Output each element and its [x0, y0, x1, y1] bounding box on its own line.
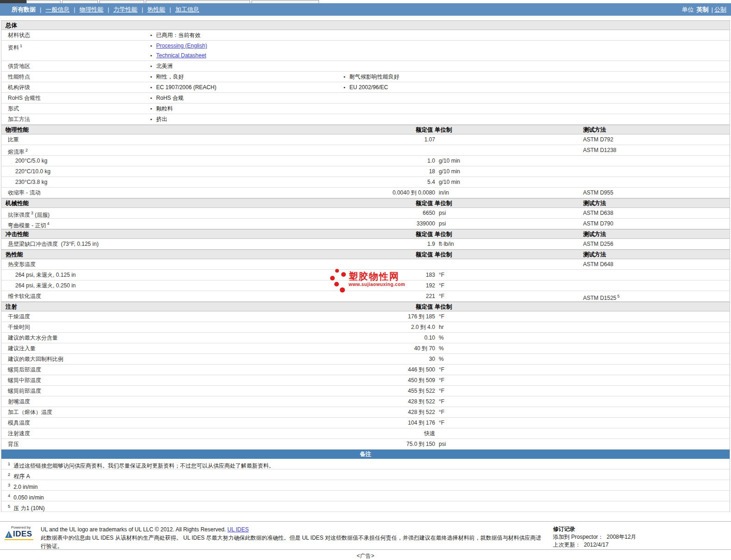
tab-stub [62, 0, 98, 3]
nav-tab[interactable]: 加工信息 [175, 6, 199, 13]
table-row: 264 psi, 未退火, 0.250 in192°F [1, 280, 730, 291]
row-label: 螺筒后部温度 [1, 365, 41, 375]
bullet-text: 挤出 [156, 116, 167, 122]
units-label: 单位 [682, 6, 694, 13]
notes-list: 1 通过这些链接您能够访问供应商资料。我们尽量保证及时更新资料；不过您可以从供应… [1, 459, 730, 512]
row-label: 收缩率 - 流动 [1, 188, 41, 198]
nav-tab-separator: | [74, 6, 75, 13]
section-header: 注射额定值 单位制 [1, 302, 730, 311]
row-unit: °F [439, 375, 444, 386]
row-value: 450 到 509 [334, 375, 435, 386]
trademark-text: UL and the UL logo are trademarks of UL … [41, 526, 227, 533]
column-header-method: 测试方法 [583, 230, 606, 239]
bullet-text: EC 1907/2006 (REACH) [156, 84, 216, 91]
section-title: 物理性能 [1, 127, 29, 133]
row-value: 30 [334, 354, 435, 365]
unit-metric-link[interactable]: 公制 [714, 6, 726, 13]
row-label: 机构评级 [1, 82, 30, 93]
row-label: 形式 [1, 103, 19, 114]
bullet-item: •颗粒料 [150, 104, 173, 113]
ides-brand-label: IDES [13, 530, 32, 539]
ides-triangle-icon: i [5, 530, 13, 538]
bullet-text[interactable]: Technical Datasheet [156, 52, 206, 59]
section-title: 冲击性能 [1, 231, 29, 237]
row-value: 1.0 [334, 156, 435, 166]
row-test-method: ASTM D648 [583, 259, 613, 270]
tab-stub [26, 0, 61, 3]
table-row: 弯曲模量 - 正切4339000psiASTM D790 [1, 219, 730, 229]
disclaimer-text: 此数据表中的信息由 UL IDES 从该材料的生产商处获得。 UL IDES 尽… [41, 534, 545, 550]
row-unit: °F [439, 365, 444, 375]
row-label: 200°C/5.0 kg [1, 156, 48, 166]
column-header-method: 测试方法 [583, 125, 606, 135]
bullet-icon: • [150, 116, 152, 122]
row-label: 资料1 [1, 41, 22, 53]
nav-tab[interactable]: 物理性能 [80, 6, 104, 13]
nav-tab[interactable]: 力学性能 [113, 6, 137, 13]
row-unit: °F [439, 418, 444, 428]
bullet-link[interactable]: •Processing (English) [150, 41, 207, 50]
ides-logo: Powered by i IDES [5, 525, 37, 540]
table-row: 264 psi, 未退火, 0.125 in183°F [1, 270, 730, 280]
bullet-text: RoHS 合规 [156, 95, 184, 101]
navbar: 所有数据|一般信息|物理性能|力学性能|热性能|加工信息 单位英制|公制 [0, 3, 731, 16]
bullet-item: •北美洲 [150, 61, 173, 71]
row-label: 加工方法 [1, 114, 30, 125]
bullet-text: 已商用：当前有效 [156, 32, 201, 38]
row-label: 加工（熔体）温度 [1, 407, 52, 418]
table-row: 性能特点•刚性，良好•耐气候影响性能良好 [1, 72, 730, 82]
column-header-value: 额定值 单位制 [416, 230, 452, 239]
bullet-icon: • [150, 85, 152, 90]
section-title: 机械性能 [1, 200, 29, 207]
table-row: 模具温度104 到 176°F [1, 418, 730, 428]
tab-stub [99, 0, 144, 3]
row-test-method: ASTM D638 [583, 208, 613, 219]
row-unit: g/10 min [439, 156, 460, 166]
column-header-method: 测试方法 [583, 250, 606, 260]
note-item: 3 2.0 in/min [1, 480, 730, 491]
nav-tab-separator: | [40, 6, 41, 13]
row-test-method: ASTM D955 [583, 188, 613, 198]
row-unit: g/10 min [439, 166, 460, 177]
table-row: 螺筒前部温度455 到 522°F [1, 386, 730, 396]
tab-stub [146, 0, 250, 3]
row-test-method: ASTM D790 [583, 219, 613, 229]
section-title: 总体 [1, 22, 17, 29]
footer: Powered by i IDES UL and the UL logo are… [0, 521, 731, 550]
ul-ides-link[interactable]: UL IDES [227, 526, 249, 533]
bullet-text[interactable]: Processing (English) [156, 43, 207, 49]
row-label: 264 psi, 未退火, 0.250 in [1, 280, 76, 291]
section-title: 热性能 [1, 251, 23, 258]
row-unit: °F [439, 407, 444, 418]
table-row: RoHS 合规性•RoHS 合规 [1, 93, 730, 103]
datasheet-page: 所有数据|一般信息|物理性能|力学性能|热性能|加工信息 单位英制|公制 总体材… [0, 0, 731, 560]
bullet-text: 颗粒料 [156, 105, 173, 112]
property-table: 总体材料状态•已商用：当前有效资料1•Processing (English)•… [1, 20, 730, 512]
nav-tab[interactable]: 热性能 [147, 6, 166, 13]
row-value: 0.0040 到 0.0080 [334, 188, 435, 198]
nav-tab[interactable]: 一般信息 [45, 6, 69, 13]
nav-tab[interactable]: 所有数据 [12, 6, 36, 13]
row-value: 339000 [334, 219, 435, 229]
row-unit: °F [439, 396, 444, 407]
table-row: 建议注入量40 到 70% [1, 343, 730, 354]
table-row: 干燥时间2.0 到 4.0hr [1, 322, 730, 333]
bullet-item: •EC 1907/2006 (REACH) [150, 83, 216, 92]
revision-updated-label: 上次更新： [553, 542, 581, 548]
tab-stub [252, 0, 319, 3]
row-unit: % [439, 343, 444, 354]
row-value: 176 到 185 [334, 311, 435, 322]
column-header-value: 额定值 单位制 [416, 125, 452, 135]
row-unit: in/in [439, 188, 449, 198]
bullet-icon: • [150, 43, 152, 49]
row-value: 428 到 522 [334, 407, 435, 418]
row-value: 40 到 70 [334, 343, 435, 354]
row-unit: °F [439, 386, 444, 396]
row-unit: °F [439, 270, 444, 280]
row-label: 供货地区 [1, 61, 30, 72]
row-unit: °F [439, 291, 444, 302]
bullet-link[interactable]: •Technical Datasheet [150, 51, 206, 60]
table-row: 形式•颗粒料 [1, 103, 730, 114]
note-item: 1 通过这些链接您能够访问供应商资料。我们尽量保证及时更新资料；不过您可以从供应… [1, 459, 730, 469]
note-item: 5 压 力1 (10N) [1, 501, 730, 512]
